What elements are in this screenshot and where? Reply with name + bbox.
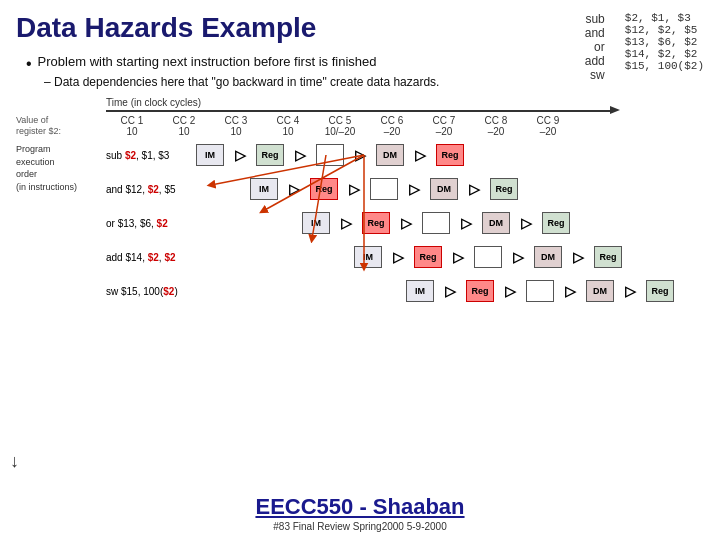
cc7-header: CC 7–20 xyxy=(418,115,470,137)
val-or: $13, $6, $2 xyxy=(625,36,704,48)
tri6: ▷ xyxy=(340,178,368,200)
stage-alu3 xyxy=(422,212,450,234)
stage-reg1: Reg xyxy=(256,144,284,166)
tri13: ▷ xyxy=(384,246,412,268)
stage-dm3: DM xyxy=(482,212,510,234)
stage-reg2: Reg xyxy=(310,178,338,200)
label-sub: sub xyxy=(585,12,604,26)
stages-and: IM ▷ Reg ▷ ▷ DM ▷ Reg xyxy=(196,178,704,200)
footer: EECC550 - Shaaban #83 Final Review Sprin… xyxy=(0,494,720,532)
footer-title: EECC550 - Shaaban xyxy=(0,494,720,520)
instr-label-sub: sub $2, $1, $3 xyxy=(106,150,196,161)
stage-reg-wb3: Reg xyxy=(542,212,570,234)
cc1-header: CC 110 xyxy=(106,115,158,137)
stage-alu4 xyxy=(474,246,502,268)
instr-label-or: or $13, $6, $2 xyxy=(106,218,196,229)
label-add: add xyxy=(585,54,605,68)
tri20: ▷ xyxy=(616,280,644,302)
tri11: ▷ xyxy=(452,212,480,234)
tri4: ▷ xyxy=(406,144,434,166)
stage-reg-wb4: Reg xyxy=(594,246,622,268)
cc3-header: CC 310 xyxy=(210,115,262,137)
pipeline-row-add: add $14, $2, $2 IM ▷ Reg ▷ ▷ DM ▷ Reg xyxy=(106,243,704,271)
stage-dm: DM xyxy=(376,144,404,166)
pipeline-row-sw: sw $15, 100($2) IM ▷ Reg ▷ ▷ DM ▷ Reg xyxy=(106,277,704,305)
instr-label-sw: sw $15, 100($2) xyxy=(106,286,196,297)
stages-or: IM ▷ Reg ▷ ▷ DM ▷ Reg xyxy=(196,212,704,234)
stage-reg-wb2: Reg xyxy=(490,178,518,200)
slide-title: Data Hazards Example xyxy=(16,12,316,44)
cc6-header: CC 6–20 xyxy=(366,115,418,137)
stage-im3: IM xyxy=(302,212,330,234)
tri15: ▷ xyxy=(504,246,532,268)
val-sw: $15, 100($2) xyxy=(625,60,704,72)
label-sw: sw xyxy=(590,68,605,82)
instr-label-add: add $14, $2, $2 xyxy=(106,252,196,263)
register-label: register $2: xyxy=(16,126,106,137)
stage-im5: IM xyxy=(406,280,434,302)
tri17: ▷ xyxy=(436,280,464,302)
pipeline-row-and: and $12, $2, $5 IM ▷ Reg ▷ ▷ DM ▷ Reg xyxy=(106,175,704,203)
slide: Data Hazards Example sub and or add sw $… xyxy=(0,0,720,540)
stages-sub: IM ▷ Reg ▷ ▷ DM ▷ Reg xyxy=(196,144,704,166)
val-sub: $2, $1, $3 xyxy=(625,12,704,24)
stage-im2: IM xyxy=(250,178,278,200)
stage-reg3: Reg xyxy=(362,212,390,234)
stage-im4: IM xyxy=(354,246,382,268)
program-order-label: Programexecutionorder(in instructions) xyxy=(16,141,106,311)
tri12: ▷ xyxy=(512,212,540,234)
footer-sub: #83 Final Review Spring2000 5-9-2000 xyxy=(0,521,720,532)
tri7: ▷ xyxy=(400,178,428,200)
tri10: ▷ xyxy=(392,212,420,234)
stage-alu xyxy=(316,144,344,166)
cc9-header: CC 9–20 xyxy=(522,115,574,137)
header-values: $2, $1, $3 $12, $2, $5 $13, $6, $2 $14, … xyxy=(625,12,704,82)
stage-reg-wb: Reg xyxy=(436,144,464,166)
header-right: sub and or add sw $2, $1, $3 $12, $2, $5… xyxy=(585,12,704,82)
stage-dm2: DM xyxy=(430,178,458,200)
pipeline-row-sub: sub $2, $1, $3 IM ▷ Reg ▷ ▷ DM ▷ Reg xyxy=(106,141,704,169)
tri2: ▷ xyxy=(286,144,314,166)
cc2-header: CC 210 xyxy=(158,115,210,137)
tri9: ▷ xyxy=(332,212,360,234)
stages-sw: IM ▷ Reg ▷ ▷ DM ▷ Reg xyxy=(196,280,704,302)
stage-alu5 xyxy=(526,280,554,302)
tri14: ▷ xyxy=(444,246,472,268)
stage-reg-wb5: Reg xyxy=(646,280,674,302)
pipeline-row-or: or $13, $6, $2 IM ▷ Reg ▷ ▷ DM ▷ Reg xyxy=(106,209,704,237)
tri8: ▷ xyxy=(460,178,488,200)
bullet-dot: • xyxy=(26,54,32,73)
val-and: $12, $2, $5 xyxy=(625,24,704,36)
label-and: and xyxy=(585,26,605,40)
down-arrow: ↓ xyxy=(10,451,19,472)
stage-alu2 xyxy=(370,178,398,200)
cc4-header: CC 410 xyxy=(262,115,314,137)
stage-dm5: DM xyxy=(586,280,614,302)
stages-add: IM ▷ Reg ▷ ▷ DM ▷ Reg xyxy=(196,246,704,268)
bullet-main-text: Problem with starting next instruction b… xyxy=(38,54,377,69)
cc8-header: CC 8–20 xyxy=(470,115,522,137)
instr-label-and: and $12, $2, $5 xyxy=(106,184,196,195)
pipeline-diagram: Programexecutionorder(in instructions) xyxy=(16,141,704,311)
stage-reg5: Reg xyxy=(466,280,494,302)
tri18: ▷ xyxy=(496,280,524,302)
stage-dm4: DM xyxy=(534,246,562,268)
tri5: ▷ xyxy=(280,178,308,200)
header-labels: sub and or add sw xyxy=(585,12,605,82)
stage-im: IM xyxy=(196,144,224,166)
cc5-header: CC 510/–20 xyxy=(314,115,366,137)
tri1: ▷ xyxy=(226,144,254,166)
label-or: or xyxy=(594,40,605,54)
pipeline-rows: sub $2, $1, $3 IM ▷ Reg ▷ ▷ DM ▷ Reg and xyxy=(106,141,704,311)
tri3: ▷ xyxy=(346,144,374,166)
val-add: $14, $2, $2 xyxy=(625,48,704,60)
tri16: ▷ xyxy=(564,246,592,268)
tri19: ▷ xyxy=(556,280,584,302)
value-of-label: Value of xyxy=(16,115,106,126)
stage-reg4: Reg xyxy=(414,246,442,268)
timing-section: Time (in clock cycles) Value of register… xyxy=(16,97,704,137)
